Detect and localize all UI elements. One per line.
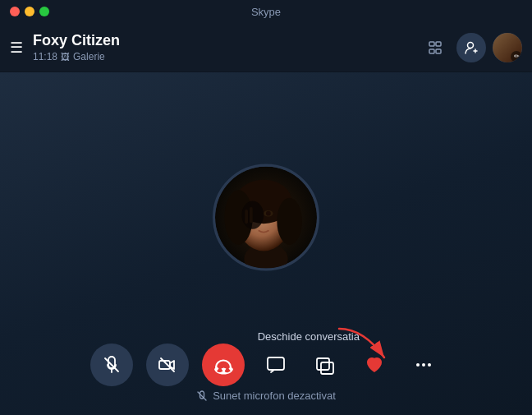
svg-rect-3	[436, 49, 441, 53]
svg-rect-23	[321, 362, 333, 374]
svg-point-15	[266, 210, 271, 215]
mute-button[interactable]	[90, 344, 133, 386]
resize-button[interactable]	[420, 33, 450, 62]
call-area: Deschide conversatia	[0, 72, 532, 415]
gallery-icon: 🖼	[61, 52, 70, 62]
svg-rect-1	[436, 42, 441, 46]
svg-rect-0	[429, 42, 434, 46]
heart-button[interactable]	[356, 347, 392, 383]
video-icon	[158, 355, 177, 375]
svg-rect-12	[245, 209, 248, 223]
traffic-lights	[10, 7, 49, 16]
mute-icon	[102, 355, 122, 375]
svg-rect-21	[268, 357, 284, 370]
svg-rect-2	[429, 49, 434, 53]
app-title: Skype	[251, 6, 281, 18]
contact-time: 11:18	[33, 51, 57, 62]
menu-icon[interactable]: ☰	[10, 40, 23, 55]
user-avatar[interactable]: ✏	[493, 33, 522, 62]
svg-rect-22	[317, 358, 329, 370]
chat-icon	[265, 354, 287, 376]
svg-point-10	[277, 197, 302, 244]
contact-name: Foxy Citizen	[33, 32, 420, 50]
status-bar: Sunet microfon dezactivat	[0, 390, 532, 402]
close-button[interactable]	[10, 7, 20, 16]
minimize-button[interactable]	[25, 7, 34, 16]
gallery-label: Galerie	[73, 51, 105, 62]
maximize-button[interactable]	[39, 7, 49, 16]
more-icon	[414, 355, 433, 375]
title-bar: Skype	[0, 0, 532, 23]
video-button[interactable]	[146, 344, 189, 386]
screenshare-icon	[314, 354, 336, 376]
add-person-button[interactable]	[456, 33, 486, 62]
more-button[interactable]	[406, 347, 442, 383]
contact-subtitle: 11:18 🖼 Galerie	[33, 51, 420, 62]
status-text: Sunet microfon dezactivat	[213, 390, 336, 402]
svg-point-4	[468, 42, 474, 48]
controls-area: Sunet microfon dezactivat	[0, 344, 532, 415]
heart-icon	[364, 354, 385, 376]
svg-point-26	[428, 363, 431, 367]
add-person-icon	[463, 39, 479, 56]
svg-point-25	[422, 363, 425, 367]
caller-face-svg	[215, 166, 317, 268]
header-actions: ✏	[420, 33, 522, 62]
screenshare-button[interactable]	[307, 347, 343, 383]
caller-avatar	[213, 164, 319, 270]
chat-button[interactable]	[258, 347, 294, 383]
contact-info: Foxy Citizen 11:18 🖼 Galerie	[33, 32, 420, 63]
edit-avatar-icon: ✏	[511, 51, 522, 62]
mic-status-icon	[196, 390, 208, 402]
header: ☰ Foxy Citizen 11:18 🖼 Galerie	[0, 23, 532, 72]
hangup-button[interactable]	[202, 344, 245, 386]
svg-rect-13	[250, 207, 253, 223]
control-buttons	[0, 344, 532, 386]
resize-icon	[427, 39, 443, 56]
hangup-icon	[213, 354, 234, 376]
svg-point-24	[416, 363, 420, 367]
